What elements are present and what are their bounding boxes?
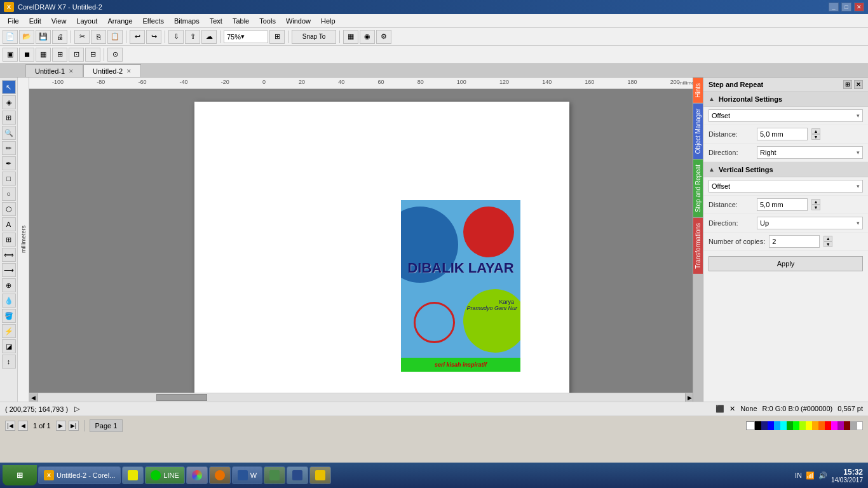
h-direction-select[interactable]: Right ▾ [757,146,863,159]
menu-window[interactable]: Window [281,16,316,26]
color-blue[interactable] [768,421,774,430]
color-darkblue[interactable] [761,421,768,430]
next-page-btn[interactable]: ▶ [56,421,66,431]
export-btn[interactable]: ⇧ [185,30,200,44]
snap-btn[interactable]: Snap To [292,30,336,44]
import-btn[interactable]: ⇩ [168,30,184,44]
color-lime[interactable] [799,421,806,430]
taskbar-corel[interactable]: X Untitled-2 - Corel... [38,466,121,484]
smart-tool[interactable]: ✒ [2,156,16,170]
start-button[interactable]: ⊞ [3,465,37,485]
taskbar-chrome[interactable] [186,466,208,484]
tool-g[interactable]: ⊙ [107,48,123,62]
smart-fill[interactable]: ⚡ [2,324,16,338]
menu-view[interactable]: View [46,16,72,26]
zoom-tool[interactable]: 🔍 [2,126,16,140]
panel-float-btn[interactable]: ⊞ [843,80,852,89]
copy-btn[interactable]: ⎘ [91,30,106,44]
color-gray[interactable] [850,421,857,430]
color-cyan[interactable] [780,421,787,430]
color-green[interactable] [793,421,799,430]
minimize-button[interactable]: _ [829,3,839,11]
interact-tool[interactable]: ↕ [2,355,16,369]
canvas-area[interactable]: -100-80-60-40-20020406080100120140160180… [18,78,703,402]
close-button[interactable]: ✕ [854,3,864,11]
taskbar-word[interactable]: W [232,466,262,484]
polygon-tool[interactable]: ⬡ [2,202,16,216]
open-btn[interactable]: 📂 [19,30,34,44]
connector-tool[interactable]: ⟶ [2,263,16,277]
menu-table[interactable]: Table [227,16,254,26]
last-page-btn[interactable]: ▶| [69,421,79,431]
menu-text[interactable]: Text [205,16,227,26]
canvas-content[interactable]: DIBALIK LAYAR Karya Pramudyo Gani Nur se… [29,89,703,402]
restore-button[interactable]: □ [841,3,851,11]
v-direction-select[interactable]: Up ▾ [757,217,863,229]
cut-btn[interactable]: ✂ [74,30,90,44]
save-btn[interactable]: 💾 [36,30,51,44]
tab-close-1[interactable]: ✕ [69,68,74,74]
table-tool[interactable]: ⊞ [2,233,16,247]
h-offset-select[interactable]: Offset ▾ [709,109,863,122]
menu-arrange[interactable]: Arrange [102,16,137,26]
shadow-tool[interactable]: ◪ [2,339,16,353]
taskbar-firefox[interactable] [209,466,231,484]
scrollbar-horizontal[interactable]: ◀ ▶ [29,393,694,402]
eyedrop-tool[interactable]: 💧 [2,294,16,308]
taskbar-zotero[interactable] [264,466,285,484]
color-darkgreen[interactable] [787,421,793,430]
v-distance-up[interactable]: ▲ [811,199,820,205]
panel-close-btn[interactable]: ✕ [854,80,863,89]
new-btn[interactable]: 📄 [3,30,18,44]
prev-page-btn[interactable]: ◀ [18,421,28,431]
view-btn[interactable]: ▦ [343,30,358,44]
crop-tool[interactable]: ⊞ [2,111,16,125]
taskbar-folder[interactable] [309,466,331,484]
color-darkorange[interactable] [818,421,825,430]
tab-close-2[interactable]: ✕ [126,68,132,74]
color-white[interactable] [857,421,863,430]
color-yellow[interactable] [806,421,812,430]
v-offset-select[interactable]: Offset ▾ [709,180,863,193]
taskbar-explorer[interactable] [122,466,144,484]
color-black[interactable] [755,421,761,430]
undo-btn[interactable]: ↩ [130,30,145,44]
blend-tool[interactable]: ⊕ [2,278,16,292]
h-distance-up[interactable]: ▲ [811,128,820,134]
zoom-input[interactable]: 75% ▾ [224,30,268,43]
document-page[interactable]: DIBALIK LAYAR Karya Pramudyo Gani Nur se… [194,102,569,402]
tab-untitled1[interactable]: Untitled-1 ✕ [25,64,83,77]
shape-tool[interactable]: ◈ [2,95,16,109]
pub-btn[interactable]: ☁ [201,30,217,44]
fill-tool[interactable]: 🪣 [2,309,16,323]
book-cover[interactable]: DIBALIK LAYAR Karya Pramudyo Gani Nur se… [401,200,520,372]
tab-untitled2[interactable]: Untitled-2 ✕ [83,64,141,77]
menu-file[interactable]: File [3,16,24,26]
tool-c[interactable]: ▦ [36,48,51,62]
tool-b[interactable]: ◼ [19,48,34,62]
object-manager-tab[interactable]: Object Manager [693,103,703,159]
ellipse-tool[interactable]: ○ [2,187,16,201]
tool-a[interactable]: ▣ [3,48,18,62]
h-distance-down[interactable]: ▼ [811,134,820,140]
dim-tool[interactable]: ⟺ [2,248,16,262]
print-btn[interactable]: 🖨 [52,30,67,44]
text-tool[interactable]: A [2,217,16,231]
color-magenta[interactable] [831,421,837,430]
v-distance-down[interactable]: ▼ [811,205,820,210]
menu-tools[interactable]: Tools [254,16,281,26]
menu-effects[interactable]: Effects [138,16,169,26]
transformations-tab[interactable]: Transformations [693,217,703,274]
tool-f[interactable]: ⊟ [85,48,100,62]
h-distance-spinner[interactable]: ▲ ▼ [811,128,820,140]
color-none[interactable] [746,421,755,430]
color-purple[interactable] [837,421,844,430]
taskbar-photoshop[interactable] [287,466,308,484]
menu-layout[interactable]: Layout [71,16,102,26]
apply-button[interactable]: Apply [709,256,863,271]
color-lightblue[interactable] [774,421,780,430]
menu-edit[interactable]: Edit [24,16,46,26]
taskbar-line[interactable]: LINE [145,466,184,484]
hints-tab[interactable]: Hints [693,78,703,103]
clock-display[interactable]: 15:32 14/03/2017 [831,468,863,484]
